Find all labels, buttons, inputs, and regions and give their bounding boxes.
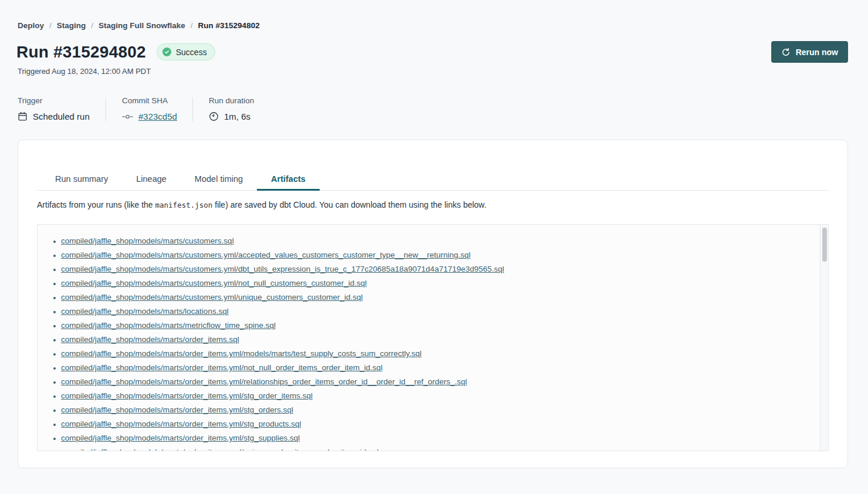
status-badge: Success [157,43,215,60]
artifact-link[interactable]: compiled/jaffle_shop/models/marts/custom… [61,279,367,287]
divider [192,97,193,121]
tab-model-timing[interactable]: Model timing [181,167,257,190]
breadcrumb: Deploy / Staging / Staging Full Snowflak… [18,21,260,30]
artifact-link[interactable]: compiled/jaffle_shop/models/marts/order_… [61,405,293,414]
artifacts-description: Artifacts from your runs (like the manif… [37,200,829,209]
run-meta: Trigger Scheduled run Commit SHA #323cd5… [18,96,254,121]
list-item: compiled/jaffle_shop/models/marts/custom… [61,290,816,304]
artifact-link[interactable]: compiled/jaffle_shop/models/marts/order_… [61,434,300,442]
breadcrumb-staging-full-snowflake[interactable]: Staging Full Snowflake [99,21,185,30]
success-check-icon [162,48,171,56]
status-badge-label: Success [176,48,207,57]
list-item: compiled/jaffle_shop/models/marts/order_… [61,431,816,445]
commit-sha-link[interactable]: #323cd5d [138,111,177,121]
list-item: compiled/jaffle_shop/models/marts/custom… [61,276,816,290]
trigger-value: Scheduled run [33,111,90,121]
meta-duration: Run duration 1m, 6s [209,96,254,121]
list-item: compiled/jaffle_shop/models/marts/order_… [61,417,816,431]
artifact-link[interactable]: compiled/jaffle_shop/models/marts/order_… [61,349,422,358]
list-item: compiled/jaffle_shop/models/marts/order_… [61,389,816,403]
scrollbar[interactable] [820,225,828,451]
run-duration-label: Run duration [209,96,254,105]
artifact-link[interactable]: compiled/jaffle_shop/models/marts/order_… [61,363,382,372]
artifact-link[interactable]: compiled/jaffle_shop/models/marts/order_… [61,335,239,344]
breadcrumb-staging[interactable]: Staging [57,21,86,30]
tab-bar: Run summary Lineage Model timing Artifac… [37,167,829,191]
git-commit-icon [122,113,133,120]
run-detail-card: Run summary Lineage Model timing Artifac… [18,140,848,468]
page-title: Run #315294802 [16,43,146,62]
triggered-timestamp: Triggered Aug 18, 2024, 12:00 AM PDT [18,67,151,76]
breadcrumb-separator: / [91,21,93,30]
list-item: compiled/jaffle_shop/models/marts/locati… [61,304,816,319]
list-item: compiled/jaffle_shop/models/marts/order_… [61,347,816,361]
artifact-link[interactable]: compiled/jaffle_shop/models/marts/custom… [61,251,470,259]
rerun-now-label: Rerun now [796,48,838,57]
artifact-link[interactable]: compiled/jaffle_shop/models/marts/custom… [61,236,234,245]
artifact-list: compiled/jaffle_shop/models/marts/custom… [38,225,828,451]
tab-lineage[interactable]: Lineage [122,167,181,190]
artifact-link[interactable]: compiled/jaffle_shop/models/marts/custom… [61,265,504,273]
list-item: compiled/jaffle_shop/models/marts/order_… [61,361,816,375]
meta-trigger: Trigger Scheduled run [18,96,90,121]
artifact-list-panel: compiled/jaffle_shop/models/marts/custom… [37,224,829,451]
tab-artifacts[interactable]: Artifacts [257,167,320,190]
artifact-link[interactable]: compiled/jaffle_shop/models/marts/order_… [61,448,379,451]
list-item: compiled/jaffle_shop/models/marts/metric… [61,319,816,333]
divider [106,97,106,121]
artifact-link[interactable]: compiled/jaffle_shop/models/marts/custom… [61,293,362,302]
breadcrumb-deploy[interactable]: Deploy [18,21,44,30]
commit-sha-label: Commit SHA [122,96,177,105]
list-item: compiled/jaffle_shop/models/marts/custom… [61,234,816,248]
trigger-label: Trigger [18,96,90,105]
list-item: compiled/jaffle_shop/models/marts/custom… [61,248,816,262]
artifact-link[interactable]: compiled/jaffle_shop/models/marts/order_… [61,391,313,400]
meta-commit: Commit SHA #323cd5d [122,96,177,121]
artifact-link[interactable]: compiled/jaffle_shop/models/marts/order_… [61,377,467,386]
breadcrumb-current-run: Run #315294802 [198,21,260,30]
list-item: compiled/jaffle_shop/models/marts/order_… [61,375,816,389]
manifest-json-code: manifest.json [155,201,213,209]
breadcrumb-separator: / [191,21,193,30]
refresh-icon [781,48,791,57]
list-item: compiled/jaffle_shop/models/marts/order_… [61,403,816,417]
list-item: compiled/jaffle_shop/models/marts/order_… [61,333,816,347]
run-duration-value: 1m, 6s [224,111,250,121]
run-detail-page: Deploy / Staging / Staging Full Snowflak… [0,0,868,494]
header: Run #315294802 Success Rerun now [16,41,848,63]
artifact-link[interactable]: compiled/jaffle_shop/models/marts/order_… [61,419,301,428]
rerun-now-button[interactable]: Rerun now [771,41,848,63]
artifact-link[interactable]: compiled/jaffle_shop/models/marts/metric… [61,321,276,330]
clock-icon [209,111,219,121]
artifact-link[interactable]: compiled/jaffle_shop/models/marts/locati… [61,307,229,316]
calendar-icon [18,111,28,121]
scrollbar-thumb[interactable] [822,228,827,262]
list-item: compiled/jaffle_shop/models/marts/order_… [61,445,816,451]
tab-run-summary[interactable]: Run summary [41,167,122,190]
breadcrumb-separator: / [49,21,52,30]
list-item: compiled/jaffle_shop/models/marts/custom… [61,262,816,276]
